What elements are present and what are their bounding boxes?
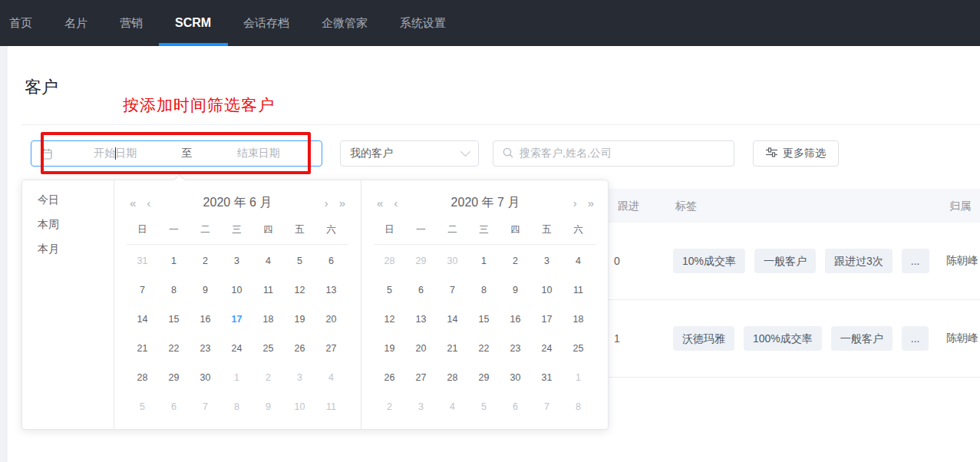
day-cell[interactable]: 3 bbox=[531, 246, 563, 276]
day-cell[interactable]: 3 bbox=[284, 363, 315, 392]
day-cell[interactable]: 2 bbox=[252, 363, 284, 392]
next-month-icon[interactable]: › bbox=[325, 197, 328, 209]
day-cell[interactable]: 11 bbox=[563, 276, 594, 305]
day-cell[interactable]: 15 bbox=[468, 305, 500, 334]
day-cell[interactable]: 17 bbox=[531, 305, 563, 334]
day-cell[interactable]: 15 bbox=[158, 305, 190, 334]
day-cell[interactable]: 13 bbox=[315, 276, 347, 305]
shortcut-本月[interactable]: 本月 bbox=[22, 237, 114, 262]
day-cell[interactable]: 7 bbox=[531, 392, 563, 421]
date-range-input[interactable]: 开始日期 至 结束日期 bbox=[31, 140, 322, 167]
day-cell[interactable]: 14 bbox=[127, 305, 158, 334]
search-input[interactable]: 搜索客户,姓名,公司 bbox=[493, 140, 734, 167]
nav-item-SCRM[interactable]: SCRM bbox=[175, 0, 211, 46]
day-cell[interactable]: 26 bbox=[284, 334, 315, 363]
day-cell[interactable]: 4 bbox=[252, 246, 284, 276]
day-cell[interactable]: 22 bbox=[468, 334, 500, 363]
day-cell[interactable]: 1 bbox=[563, 363, 594, 392]
day-cell[interactable]: 28 bbox=[127, 363, 158, 392]
day-cell[interactable]: 10 bbox=[284, 392, 315, 421]
day-cell[interactable]: 30 bbox=[500, 363, 531, 392]
day-cell[interactable]: 4 bbox=[563, 246, 594, 276]
day-cell[interactable]: 3 bbox=[405, 392, 437, 421]
day-cell[interactable]: 29 bbox=[405, 246, 437, 276]
nav-item-会话存档[interactable]: 会话存档 bbox=[243, 0, 289, 46]
prev-year-icon[interactable]: « bbox=[130, 197, 136, 209]
start-date-field[interactable]: 开始日期 bbox=[52, 147, 179, 160]
day-cell[interactable]: 8 bbox=[468, 276, 500, 305]
day-cell[interactable]: 31 bbox=[127, 246, 158, 276]
day-cell[interactable]: 10 bbox=[531, 276, 563, 305]
next-year-icon[interactable]: » bbox=[339, 197, 345, 209]
day-cell[interactable]: 19 bbox=[374, 334, 405, 363]
day-cell[interactable]: 2 bbox=[500, 246, 531, 276]
day-cell[interactable]: 20 bbox=[315, 305, 347, 334]
day-cell[interactable]: 23 bbox=[190, 334, 221, 363]
day-cell[interactable]: 5 bbox=[374, 276, 405, 305]
shortcut-今日[interactable]: 今日 bbox=[22, 188, 114, 213]
day-cell[interactable]: 2 bbox=[374, 392, 405, 421]
day-cell[interactable]: 9 bbox=[252, 392, 284, 421]
day-cell[interactable]: 25 bbox=[563, 334, 594, 363]
more-filters-button[interactable]: 更多筛选 bbox=[753, 140, 839, 167]
day-cell[interactable]: 2 bbox=[190, 246, 221, 276]
day-cell[interactable]: 26 bbox=[374, 363, 405, 392]
shortcut-本周[interactable]: 本周 bbox=[22, 213, 114, 237]
day-cell[interactable]: 30 bbox=[437, 246, 468, 276]
customer-scope-select[interactable]: 我的客户 bbox=[340, 140, 479, 167]
day-cell[interactable]: 4 bbox=[315, 363, 347, 392]
day-cell[interactable]: 14 bbox=[437, 305, 468, 334]
day-cell[interactable]: 27 bbox=[315, 334, 347, 363]
day-cell[interactable]: 17 bbox=[221, 305, 252, 334]
day-cell[interactable]: 31 bbox=[531, 363, 563, 392]
day-cell[interactable]: 29 bbox=[158, 363, 190, 392]
day-cell[interactable]: 8 bbox=[563, 392, 594, 421]
day-cell[interactable]: 1 bbox=[221, 363, 252, 392]
nav-item-系统设置[interactable]: 系统设置 bbox=[400, 0, 446, 46]
day-cell[interactable]: 18 bbox=[563, 305, 594, 334]
day-cell[interactable]: 7 bbox=[437, 276, 468, 305]
day-cell[interactable]: 9 bbox=[500, 276, 531, 305]
day-cell[interactable]: 5 bbox=[468, 392, 500, 421]
end-date-field[interactable]: 结束日期 bbox=[196, 147, 322, 160]
day-cell[interactable]: 22 bbox=[158, 334, 190, 363]
day-cell[interactable]: 3 bbox=[221, 246, 252, 276]
day-cell[interactable]: 1 bbox=[158, 246, 190, 276]
next-month-icon[interactable]: › bbox=[573, 197, 577, 209]
day-cell[interactable]: 24 bbox=[221, 334, 252, 363]
day-cell[interactable]: 20 bbox=[405, 334, 437, 363]
day-cell[interactable]: 30 bbox=[190, 363, 221, 392]
prev-year-icon[interactable]: « bbox=[377, 197, 383, 209]
day-cell[interactable]: 10 bbox=[221, 276, 252, 305]
day-cell[interactable]: 5 bbox=[127, 392, 158, 421]
nav-item-首页[interactable]: 首页 bbox=[9, 0, 32, 46]
day-cell[interactable]: 11 bbox=[252, 276, 284, 305]
day-cell[interactable]: 24 bbox=[531, 334, 563, 363]
day-cell[interactable]: 29 bbox=[468, 363, 500, 392]
day-cell[interactable]: 1 bbox=[468, 246, 500, 276]
day-cell[interactable]: 5 bbox=[284, 246, 315, 276]
day-cell[interactable]: 16 bbox=[500, 305, 531, 334]
day-cell[interactable]: 7 bbox=[127, 276, 158, 305]
day-cell[interactable]: 9 bbox=[190, 276, 221, 305]
nav-item-营销[interactable]: 营销 bbox=[120, 0, 143, 46]
day-cell[interactable]: 7 bbox=[190, 392, 221, 421]
day-cell[interactable]: 16 bbox=[190, 305, 221, 334]
day-cell[interactable]: 6 bbox=[405, 276, 437, 305]
day-cell[interactable]: 27 bbox=[405, 363, 437, 392]
day-cell[interactable]: 23 bbox=[500, 334, 531, 363]
next-year-icon[interactable]: » bbox=[588, 197, 594, 209]
day-cell[interactable]: 28 bbox=[437, 363, 468, 392]
more-tags-chip[interactable]: ... bbox=[902, 326, 929, 351]
day-cell[interactable]: 19 bbox=[284, 305, 315, 334]
day-cell[interactable]: 6 bbox=[500, 392, 531, 421]
day-cell[interactable]: 13 bbox=[405, 305, 437, 334]
day-cell[interactable]: 11 bbox=[315, 392, 347, 421]
day-cell[interactable]: 8 bbox=[158, 276, 190, 305]
nav-item-名片[interactable]: 名片 bbox=[64, 0, 87, 46]
day-cell[interactable]: 21 bbox=[437, 334, 468, 363]
day-cell[interactable]: 28 bbox=[374, 246, 405, 276]
day-cell[interactable]: 21 bbox=[127, 334, 158, 363]
day-cell[interactable]: 6 bbox=[315, 246, 347, 276]
more-tags-chip[interactable]: ... bbox=[902, 249, 929, 273]
